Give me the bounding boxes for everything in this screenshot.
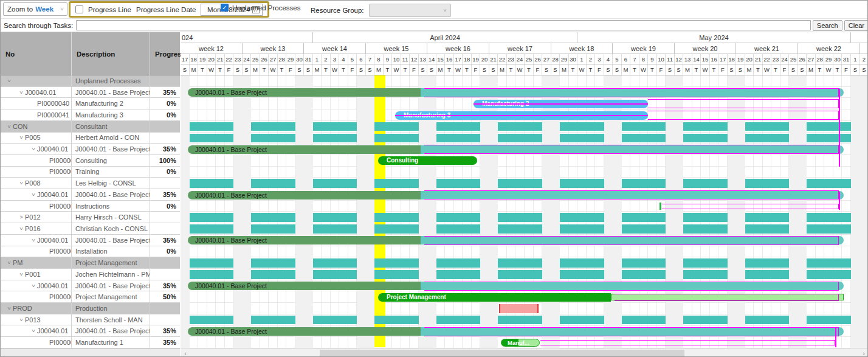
table-row[interactable]: >P016Christian Koch - CONSL [1,223,180,235]
workload-block-bar[interactable] [560,134,604,143]
summary-bar-progress[interactable]: J00040.01 - Base Project [188,327,421,336]
workload-block-bar[interactable] [436,258,480,268]
scrollbar-thumb[interactable] [320,350,684,357]
workload-block-bar[interactable] [313,270,357,279]
table-row[interactable]: >P001Jochen Fichtelmann - PM [1,269,180,280]
workload-block-bar[interactable] [374,213,419,222]
chevron-collapsed-icon[interactable]: > [18,214,25,220]
table-row[interactable]: >PRODProduction [1,303,180,314]
workload-block-bar[interactable] [374,316,419,325]
workload-block-bar[interactable] [683,179,728,188]
table-row[interactable]: PI0000023Project Management50% [1,291,180,303]
summary-bar-progress[interactable]: J00040.01 - Base Project [188,236,421,244]
workload-block-bar[interactable] [807,258,851,268]
table-row[interactable]: >J00040.01J00040.01 - Base Project35% [1,144,180,155]
workload-block-bar[interactable] [807,316,851,325]
workload-block-bar[interactable] [374,224,419,234]
workload-block-bar[interactable] [498,122,542,131]
workload-block-bar[interactable] [745,316,789,325]
workload-block-bar[interactable] [683,134,728,143]
workload-block-bar[interactable] [313,134,357,143]
workload-block-bar[interactable] [436,122,480,131]
workload-block-bar[interactable] [313,258,357,268]
milestone-tick[interactable] [660,203,661,210]
workload-block-bar[interactable] [807,179,851,188]
summary-bar-progress[interactable]: J00040.01 - Base Project [188,145,421,154]
workload-block-bar[interactable] [313,213,357,222]
task-bar-partial[interactable]: Manuf... [501,339,540,347]
search-button[interactable]: Search [813,20,842,31]
workload-block-bar[interactable] [190,179,233,188]
summary-bar-progress[interactable]: J00040.01 - Base Project [188,88,421,97]
workload-block-bar[interactable] [436,213,480,222]
workload-block-bar[interactable] [560,224,604,234]
workload-block-bar[interactable] [498,213,542,222]
table-row[interactable]: >J00040.01J00040.01 - Base Project35% [1,189,180,201]
workload-block-bar[interactable] [560,316,604,325]
workload-block-bar[interactable] [190,270,233,279]
workload-block-bar[interactable] [560,122,604,131]
workload-block-bar[interactable] [622,224,666,234]
workload-block-bar[interactable] [436,224,480,234]
workload-block-bar[interactable] [560,270,604,279]
workload-block-bar[interactable] [313,179,357,188]
workload-block-bar[interactable] [683,316,728,325]
workload-block-bar[interactable] [190,316,233,325]
chevron-expanded-icon[interactable]: > [30,237,36,244]
task-bar-complete[interactable]: Consulting [378,156,477,165]
workload-block-bar[interactable] [622,258,666,268]
table-row[interactable]: PI0000026Installation0% [1,246,180,258]
workload-block-bar[interactable] [807,122,851,131]
table-row[interactable]: PI0000041Manufacturing 30% [1,109,180,121]
workload-block-bar[interactable] [498,270,542,279]
workload-block-bar[interactable] [313,316,357,325]
unplanned-processes-checkbox[interactable]: ✓ [221,4,229,12]
workload-block-bar[interactable] [251,316,295,325]
workload-block-bar[interactable] [683,270,728,279]
workload-block-bar[interactable] [622,270,666,279]
workload-block-bar[interactable] [560,213,604,222]
table-row[interactable]: >PMProject Management [1,257,180,269]
workload-block-bar[interactable] [498,179,542,188]
workload-block-bar[interactable] [313,122,357,131]
workload-block-bar[interactable] [190,122,233,131]
table-row[interactable]: >P013Thorsten Scholl - MAN [1,314,180,326]
column-header-no[interactable]: No [1,32,72,75]
workload-block-bar[interactable] [498,224,542,234]
task-bar-complete[interactable]: Project Management [378,293,611,302]
chevron-expanded-icon[interactable]: > [30,145,36,153]
chevron-expanded-icon[interactable]: > [6,259,12,266]
table-row[interactable]: >Unplanned Processes [1,75,180,87]
table-row[interactable]: >J00040.01J00040.01 - Base Project35% [1,280,180,292]
workload-block-bar[interactable] [560,179,604,188]
chevron-expanded-icon[interactable]: > [18,134,24,141]
chevron-expanded-icon[interactable]: > [18,316,24,324]
workload-block-bar[interactable] [251,179,295,188]
workload-block-bar[interactable] [683,122,728,131]
workload-block-bar[interactable] [807,213,851,222]
workload-block-bar[interactable] [374,122,419,131]
scroll-right-arrow-icon[interactable]: › [859,349,868,357]
workload-block-bar[interactable] [745,258,789,268]
workload-block-bar[interactable] [622,316,666,325]
scroll-left-arrow-icon[interactable]: ‹ [181,349,190,357]
chevron-expanded-icon[interactable]: > [18,225,24,232]
workload-block-bar[interactable] [622,134,666,143]
table-row[interactable]: PI0000027Training0% [1,167,180,178]
workload-block-bar[interactable] [190,224,233,234]
workload-block-bar[interactable] [374,258,419,268]
table-row[interactable]: PI0000025Manufacturing 135% [1,337,180,348]
resource-group-select[interactable]: > [369,4,451,17]
workload-block-bar[interactable] [622,179,666,188]
workload-block-bar[interactable] [436,316,480,325]
workload-block-bar[interactable] [313,224,357,234]
chevron-expanded-icon[interactable]: > [18,271,24,278]
table-row[interactable]: PI0000040Manufacturing 20% [1,98,180,109]
workload-block-bar[interactable] [807,270,851,279]
table-row[interactable]: >P008Les Helbig - CONSL [1,178,180,189]
workload-block-bar[interactable] [745,179,789,188]
workload-block-bar[interactable] [683,224,728,234]
table-row[interactable]: PI0000024Consulting100% [1,155,180,167]
chevron-expanded-icon[interactable]: > [6,77,12,85]
column-header-description[interactable]: Description [72,32,150,75]
